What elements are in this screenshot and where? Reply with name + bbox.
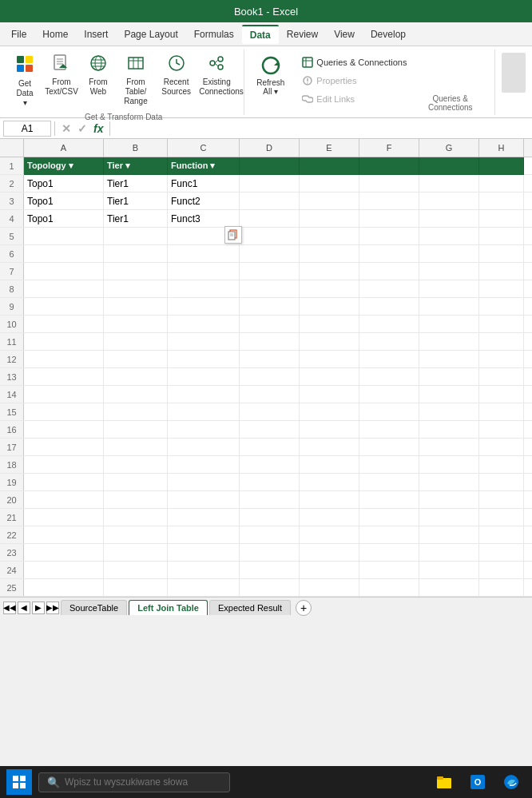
cell[interactable]	[104, 333, 168, 351]
cell[interactable]	[300, 228, 359, 245]
cell[interactable]	[300, 351, 359, 368]
cell[interactable]	[359, 157, 419, 175]
cell[interactable]	[240, 579, 300, 597]
cell[interactable]	[240, 403, 300, 421]
from-web-button[interactable]: FromWeb	[83, 51, 113, 100]
cell[interactable]	[300, 298, 359, 316]
cell[interactable]	[104, 263, 168, 280]
cell[interactable]	[240, 386, 300, 403]
cell[interactable]	[24, 439, 104, 456]
menu-home[interactable]: Home	[34, 26, 76, 43]
cell[interactable]	[24, 509, 104, 526]
cell[interactable]	[419, 157, 479, 175]
col-header-b[interactable]: B	[104, 139, 168, 157]
tab-nav-next[interactable]: ▶	[32, 601, 45, 614]
cell[interactable]	[359, 210, 419, 228]
cell[interactable]	[359, 439, 419, 456]
cell[interactable]	[240, 157, 300, 175]
taskbar-outlook[interactable]: O	[463, 768, 492, 796]
cell[interactable]	[300, 474, 359, 491]
cell[interactable]	[419, 562, 479, 579]
cell[interactable]	[300, 386, 359, 403]
taskbar-search-box[interactable]: 🔍	[38, 772, 230, 792]
cell[interactable]	[479, 386, 524, 403]
cell[interactable]	[479, 193, 524, 210]
col-header-h[interactable]: H	[479, 139, 524, 157]
cell[interactable]	[24, 491, 104, 509]
cell[interactable]	[104, 491, 168, 509]
recent-sources-button[interactable]: RecentSources	[158, 51, 194, 100]
cell[interactable]	[300, 210, 359, 228]
col-header-f[interactable]: F	[359, 139, 419, 157]
cell[interactable]	[479, 579, 524, 597]
cell[interactable]	[479, 333, 524, 351]
cell[interactable]	[419, 403, 479, 421]
cell[interactable]: Topo1	[24, 193, 104, 210]
cell[interactable]	[240, 175, 300, 193]
cell[interactable]	[168, 439, 240, 456]
cell[interactable]	[300, 333, 359, 351]
name-box[interactable]	[3, 121, 51, 137]
cell[interactable]	[168, 316, 240, 333]
cell[interactable]	[240, 263, 300, 280]
sheet-tab-expected-result[interactable]: Expected Result	[209, 600, 291, 615]
cell[interactable]	[240, 544, 300, 562]
cell[interactable]	[479, 526, 524, 544]
cell[interactable]	[300, 579, 359, 597]
cell[interactable]	[359, 298, 419, 316]
cell[interactable]	[168, 491, 240, 509]
cell[interactable]	[479, 210, 524, 228]
cell[interactable]: Topology ▾	[24, 157, 104, 175]
cell[interactable]	[168, 579, 240, 597]
cell[interactable]	[240, 210, 300, 228]
cell[interactable]: Func1	[168, 175, 240, 193]
cell[interactable]	[479, 474, 524, 491]
sheet-tab-left-join[interactable]: Left Join Table	[129, 600, 208, 615]
cell[interactable]	[359, 421, 419, 439]
cell[interactable]	[359, 509, 419, 526]
cell[interactable]	[300, 368, 359, 386]
cell[interactable]	[359, 526, 419, 544]
cell[interactable]	[104, 316, 168, 333]
cell[interactable]	[479, 280, 524, 298]
menu-develop[interactable]: Develop	[363, 26, 414, 43]
formula-input[interactable]	[113, 123, 529, 134]
cell[interactable]	[24, 298, 104, 316]
menu-file[interactable]: File	[3, 26, 34, 43]
cell[interactable]	[168, 368, 240, 386]
cell[interactable]	[359, 456, 419, 474]
cell[interactable]	[240, 439, 300, 456]
cell[interactable]	[300, 439, 359, 456]
cell[interactable]	[359, 579, 419, 597]
cell[interactable]	[24, 263, 104, 280]
cell[interactable]	[359, 368, 419, 386]
col-header-e[interactable]: E	[300, 139, 359, 157]
cell[interactable]	[419, 579, 479, 597]
cell[interactable]	[419, 175, 479, 193]
cell[interactable]: Topo1	[24, 175, 104, 193]
cell[interactable]	[24, 526, 104, 544]
cell[interactable]	[300, 403, 359, 421]
cell[interactable]	[104, 368, 168, 386]
cell[interactable]	[359, 263, 419, 280]
tab-nav-first[interactable]: ◀◀	[3, 601, 16, 614]
cell[interactable]	[168, 562, 240, 579]
cell[interactable]: Tier1	[104, 193, 168, 210]
cell[interactable]	[24, 562, 104, 579]
cell[interactable]	[359, 474, 419, 491]
menu-data[interactable]: Data	[242, 25, 279, 44]
cell[interactable]	[168, 351, 240, 368]
cell[interactable]	[300, 280, 359, 298]
from-text-csv-button[interactable]: FromText/CSV	[42, 51, 81, 100]
cell[interactable]	[24, 456, 104, 474]
cell[interactable]	[168, 456, 240, 474]
cell[interactable]	[240, 368, 300, 386]
cell[interactable]	[419, 386, 479, 403]
cell[interactable]	[240, 456, 300, 474]
cell[interactable]	[104, 228, 168, 245]
cell[interactable]	[419, 228, 479, 245]
cell[interactable]	[240, 562, 300, 579]
refresh-all-button[interactable]: RefreshAll ▾	[251, 51, 290, 99]
cell[interactable]	[24, 403, 104, 421]
taskbar-search-input[interactable]	[65, 776, 208, 788]
